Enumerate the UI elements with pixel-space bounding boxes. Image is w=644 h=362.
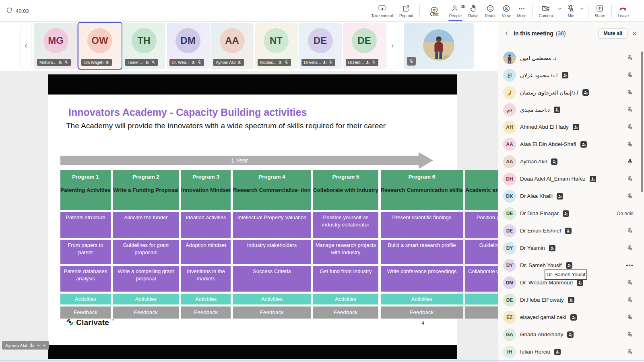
panel-close-icon[interactable] [632, 31, 638, 37]
panel-scrollbar[interactable] [641, 51, 643, 192]
participant-row[interactable]: DEDr.Heba ElFowaty [498, 291, 644, 309]
pop-out-label: Pop out [399, 14, 413, 18]
participant-count: (38) [556, 30, 566, 37]
panel-back-chevron[interactable] [504, 31, 510, 36]
view-button[interactable]: View [499, 0, 514, 22]
pop-out-button[interactable]: Pop out [396, 0, 416, 22]
tile-name-badge: Nicolas... [258, 59, 291, 66]
program-topic-cell: Patents databases analysis [60, 266, 111, 292]
participant-row[interactable]: DEDr Eman Elshrief [498, 222, 644, 239]
camera-label: Camera [539, 14, 553, 18]
more-button[interactable]: More [514, 0, 530, 22]
participant-video-tile[interactable]: THTamer ... [122, 23, 165, 69]
program-topic-cell: Intellectual Property Valuation [233, 212, 311, 238]
program-topic-cell: Success Criteria [233, 266, 311, 292]
program-topic-cell: Write conference proceedings [381, 266, 463, 292]
program-topic-cell: Ideation activities [181, 212, 231, 238]
more-ellipsis-icon [517, 4, 526, 13]
people-button[interactable]: 38 People [446, 0, 465, 22]
mic-muted-icon [328, 60, 333, 65]
participant-list: د. مصطفى اميناغا.د/ محمود غزلانارا.د/إيم… [498, 49, 644, 362]
program-header-cell: Program 6Research Communication skills [381, 170, 463, 210]
participant-name: Dr. Weaam Mahmoud [520, 280, 573, 286]
program-name: Collaborate with Industry [313, 187, 378, 194]
participant-row[interactable]: GAGhada Abdelhady [498, 326, 644, 343]
filmstrip-scroll-left-button[interactable] [21, 23, 31, 69]
avatar-initials: OW [87, 28, 112, 53]
chat-button[interactable]: 38 Chat [423, 0, 446, 22]
participant-video-tile[interactable]: DEDr.Heb... [343, 23, 386, 69]
participant-row[interactable]: اغا.د/ محمود غزلان [498, 66, 644, 84]
filmstrip-scroll-right-button[interactable] [387, 23, 398, 69]
program-topic-cell: Get fund from Industry [313, 266, 378, 292]
attendee-badge-icon [573, 124, 579, 130]
tile-participant-name: Ola Wageh [84, 60, 104, 65]
participant-row[interactable]: DYDr Yasmin [498, 239, 644, 257]
tile-participant-name: Moham... [39, 60, 56, 65]
participant-avatar: DE [503, 294, 516, 306]
share-label: Share [594, 14, 605, 18]
participant-avatar: GA [503, 328, 516, 341]
program-label: Program 4 [233, 173, 311, 181]
attendee-badge-icon [565, 228, 572, 234]
mic-muted-badge [407, 57, 416, 66]
activities-cell: Activities [113, 294, 179, 304]
participant-row[interactable]: AHAhmed Abd El Hady [498, 118, 644, 136]
tile-participant-name: Dr Ema... [304, 60, 321, 65]
participant-video-tile[interactable]: NTNicolas... [255, 23, 298, 69]
clarivate-logo-text: Clarivate [76, 318, 109, 327]
mic-muted-icon [627, 296, 634, 303]
avatar-initials: TH [132, 28, 157, 53]
camera-options-chevron[interactable] [556, 0, 563, 19]
participant-row[interactable]: ارا.د/إيمان العرجاوى رمضان [498, 84, 644, 101]
participant-row[interactable]: EZelsayed gamal zaki [498, 309, 644, 326]
participant-avatar: DY [503, 242, 516, 255]
participant-row[interactable]: AAAyman Akil [498, 153, 644, 170]
avatar-initials: DM [175, 28, 200, 53]
meeting-toolbar: 40:03 Take control Pop out 38 Chat 38 Pe… [0, 0, 644, 22]
leave-button[interactable]: Leave [615, 0, 632, 22]
participant-row[interactable]: د. مصطفى امين [498, 49, 644, 66]
participant-more-button[interactable]: ••• [626, 262, 634, 269]
zoom-out-button[interactable]: − [37, 341, 40, 350]
tile-name-badge: Ayman Akil [213, 59, 244, 66]
people-icon: 38 [451, 4, 460, 13]
participant-row[interactable]: DKDr Alaa Khalil [498, 187, 644, 205]
camera-button[interactable]: Camera [535, 0, 556, 22]
mic-muted-icon [627, 54, 634, 61]
mic-options-chevron[interactable] [578, 0, 585, 19]
mute-all-button[interactable]: Mute all [598, 28, 627, 39]
participant-video-tile[interactable]: OWOla Wageh [78, 23, 122, 69]
attendee-badge-icon [557, 193, 563, 200]
spotlight-video-tile[interactable] [404, 23, 474, 69]
mic-button[interactable]: Mic [563, 0, 578, 22]
react-button[interactable]: React [482, 0, 499, 22]
zoom-in-button[interactable]: + [42, 341, 45, 350]
participant-row[interactable]: AAAlaa El Din Abdel-Shafi [498, 136, 644, 153]
take-control-button[interactable]: Take control [368, 0, 396, 22]
program-label: Program 6 [381, 173, 463, 181]
participant-avatar: IH [503, 346, 516, 358]
view-icon [502, 4, 511, 13]
mic-muted-icon [566, 4, 575, 13]
participant-row[interactable]: DEDr Dina ElnagarOn hold [498, 205, 644, 222]
participant-video-tile[interactable]: MGMoham... [34, 23, 77, 69]
program-label: Program 5 [313, 173, 378, 181]
participant-row[interactable]: دمد.احمد مجدي [498, 101, 644, 118]
attendee-badge-icon [365, 60, 370, 65]
participant-row[interactable]: IHIulian Herciu [498, 343, 644, 360]
slide-subtitle: The Academy will provide the innovators … [66, 121, 386, 130]
participant-avatar: DY [503, 259, 516, 272]
participant-video-tile[interactable]: AAAyman Akil [211, 23, 254, 69]
participant-row[interactable]: DHDoaa Adel Al_Emam Hafez [498, 170, 644, 187]
share-button[interactable]: Share [591, 0, 609, 22]
attendee-badge-icon [237, 60, 242, 65]
participant-photo-avatar [423, 29, 454, 62]
attendee-badge-icon [590, 176, 596, 182]
pop-out-icon [402, 4, 411, 13]
raise-button[interactable]: Raise [465, 0, 482, 22]
participant-video-tile[interactable]: DMDr. Wea... [167, 23, 210, 69]
participant-video-tile[interactable]: DEDr Ema... [299, 23, 342, 69]
participant-name-tooltip: Dr. Sameh Yousif [545, 269, 587, 280]
on-hold-status: On hold [617, 211, 634, 216]
